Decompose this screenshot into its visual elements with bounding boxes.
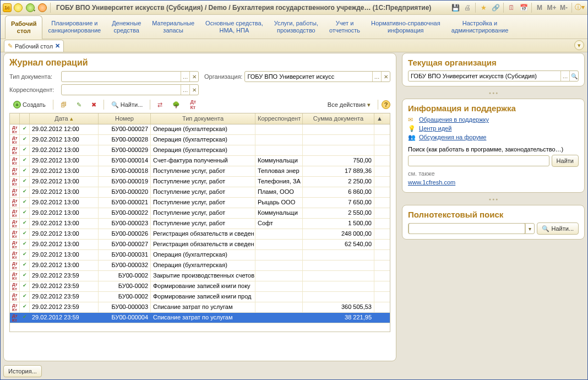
cell-korr [255,145,303,155]
table-row[interactable]: ДтКт✔29.02.2012 13:00БУ00-000026Регистра… [10,229,390,240]
nav-item-assets[interactable]: Основные средства,НМА, НПА [200,15,269,39]
col-doctype[interactable]: Тип документа [151,113,255,124]
grid-body[interactable]: ДтКт✔29.02.2012 12:00БУ00-000027Операция… [10,124,390,332]
open-icon[interactable]: 🔍 [569,71,578,81]
col-korr[interactable]: Корреспондент [255,113,303,124]
all-actions-button[interactable]: Все действия ▾ [324,99,374,111]
memory-mplus-button[interactable]: M+ [546,2,557,13]
table-row[interactable]: ДтКт✔29.02.2012 23:59БУ00-0002Формирован… [10,292,390,302]
create-button[interactable]: + Создать [9,99,50,111]
nav-item-reference[interactable]: Нормативно-справочнаяинформация [366,15,446,39]
info-find-button[interactable]: Найти [552,155,579,167]
table-row[interactable]: ДтКт✔29.02.2012 13:00БУ00-000023Поступле… [10,219,390,229]
table-row[interactable]: ДтКт✔29.02.2012 23:59БУ00-000003Списание… [10,302,390,313]
nav-item-materials[interactable]: Материальныезапасы [146,15,200,39]
nav-item-money[interactable]: Денежныесредства [106,15,146,39]
current-org-input[interactable] [409,71,560,81]
col-date[interactable]: Дата ▴ [30,113,99,124]
find-button[interactable]: 🔍 Найти... [107,99,147,111]
cell-number: БУ00-000020 [99,187,151,197]
table-row[interactable]: ДтКт✔29.02.2012 13:00БУ00-000018Поступле… [10,166,390,177]
nav-item-planning[interactable]: Планирование исанкционирование [42,15,106,39]
panel-splitter[interactable]: ● ● ● [402,91,585,94]
link-forum[interactable]: Обсуждения на форуме [419,134,486,140]
ellipsis-icon[interactable]: … [181,72,189,82]
table-row[interactable]: ДтКт✔29.02.2012 13:00БУ00-000019Поступле… [10,177,390,187]
ellipsis-icon[interactable]: … [372,72,381,82]
print-icon[interactable]: 🖨 [462,2,473,13]
tab-close-icon[interactable]: ✕ [55,42,60,50]
fulltext-input[interactable] [409,223,525,234]
memory-m-button[interactable]: M [534,2,545,13]
info-search-input[interactable] [408,155,549,166]
clear-icon[interactable]: ✕ [189,72,198,82]
table-row[interactable]: ДтКт✔29.02.2012 23:59БУ00-0002Формирован… [10,281,390,292]
help-icon[interactable]: ? [382,100,390,109]
posted-icon: ✔ [20,292,30,302]
table-row[interactable]: ДтКт✔29.02.2012 13:00БУ00-000031Операция… [10,250,390,260]
fulltext-combo[interactable]: ▾ [408,223,535,234]
table-row[interactable]: ДтКт✔29.02.2012 13:00БУ00-000014Счет-фак… [10,156,390,166]
journal-title: Журнал операций [9,58,390,68]
doc-type-combo[interactable]: … ✕ [61,71,199,82]
org-input[interactable] [245,72,372,82]
table-row[interactable]: ДтКт✔29.02.2012 13:00БУ00-000022Поступле… [10,208,390,219]
copy-button[interactable]: 🗐 [57,99,70,111]
table-row[interactable]: ДтКт✔29.02.2012 13:00БУ00-000020Поступле… [10,187,390,198]
org-combo[interactable]: … ✕ [244,71,390,82]
link-ideas[interactable]: Центр идей [419,125,451,132]
posted-icon: ✔ [20,177,30,187]
panel-splitter[interactable]: ● ● ● [402,197,585,200]
nav-item-reports[interactable]: Учет иотчетность [324,15,366,39]
nav-item-settings[interactable]: Настройка иадминистрирование [446,15,514,39]
chevron-down-icon[interactable]: ▾ [525,224,534,234]
table-row[interactable]: ДтКт✔29.02.2012 23:59БУ00-0002Закрытие п… [10,271,390,281]
nav-item-services[interactable]: Услуги, работы,производство [269,15,324,39]
history-button[interactable]: История... [3,365,42,377]
edit-button[interactable]: ✎ [73,99,85,111]
table-row[interactable]: ДтКт✔29.02.2012 23:59БУ00-000004Списание… [10,313,390,323]
ellipsis-icon[interactable]: … [560,71,569,81]
calendar-icon[interactable]: 📅 [518,2,529,13]
clear-icon[interactable]: ✕ [381,72,390,82]
window-maximize-icon[interactable] [25,2,36,13]
tab-label: Рабочий стол [15,43,53,50]
doc-type-input[interactable] [62,72,181,82]
dtkt-icon: ДтКт [10,166,20,176]
delete-button[interactable]: ✖ [88,99,100,111]
cell-date: 29.02.2012 23:59 [30,302,99,312]
cell-sum [303,124,374,134]
cell-doctype: Операция (бухгалтерская) [151,260,255,270]
memory-mminus-button[interactable]: M- [558,2,569,13]
table-row[interactable]: ДтКт✔29.02.2012 13:00БУ00-000029Операция… [10,145,390,156]
dtkt-button[interactable]: ДтКт [186,99,200,111]
favorite-icon[interactable]: ★ [478,2,489,13]
tree-button[interactable]: 🌳 [168,99,184,111]
fulltext-find-button[interactable]: 🔍 Найти... [537,222,579,235]
ellipsis-icon[interactable]: … [181,85,189,95]
current-org-combo[interactable]: … 🔍 [408,70,579,82]
info-icon[interactable]: ⓘ▾ [574,2,585,13]
tab-desktop[interactable]: ✎ Рабочий стол ✕ [4,40,64,52]
table-row[interactable]: ДтКт✔29.02.2012 13:00БУ00-000028Операция… [10,135,390,145]
link-icon[interactable]: 🔗 [490,2,501,13]
col-number[interactable]: Номер [99,113,151,124]
korr-input[interactable] [62,85,181,95]
window-minimize-icon[interactable] [13,2,24,13]
nav-item-desktop[interactable]: Рабочий стол [5,15,42,39]
link-1cfresh[interactable]: www.1cfresh.com [408,179,455,186]
korr-combo[interactable]: … ✕ [61,84,199,95]
swap-button[interactable]: ⇄ [154,99,166,111]
table-row[interactable]: ДтКт✔29.02.2012 13:00БУ00-000027Регистра… [10,240,390,250]
table-row[interactable]: ДтКт✔29.02.2012 13:00БУ00-000032Операция… [10,260,390,271]
col-sum[interactable]: Сумма документа [303,113,374,124]
calculator-icon[interactable]: 🗓 [506,2,517,13]
table-row[interactable]: ДтКт✔29.02.2012 12:00БУ00-000027Операция… [10,124,390,135]
table-row[interactable]: ДтКт✔29.02.2012 13:00БУ00-000021Поступле… [10,198,390,208]
save-icon[interactable]: 💾 [450,2,461,13]
titlebar: 1c ГОБУ ВПО Университет искусств (Субсид… [1,1,587,15]
window-close-icon[interactable] [37,2,48,13]
link-support[interactable]: Обращения в поддержку [419,116,489,123]
clear-icon[interactable]: ✕ [189,85,198,95]
expand-panels-icon[interactable]: ▾ [574,40,584,50]
